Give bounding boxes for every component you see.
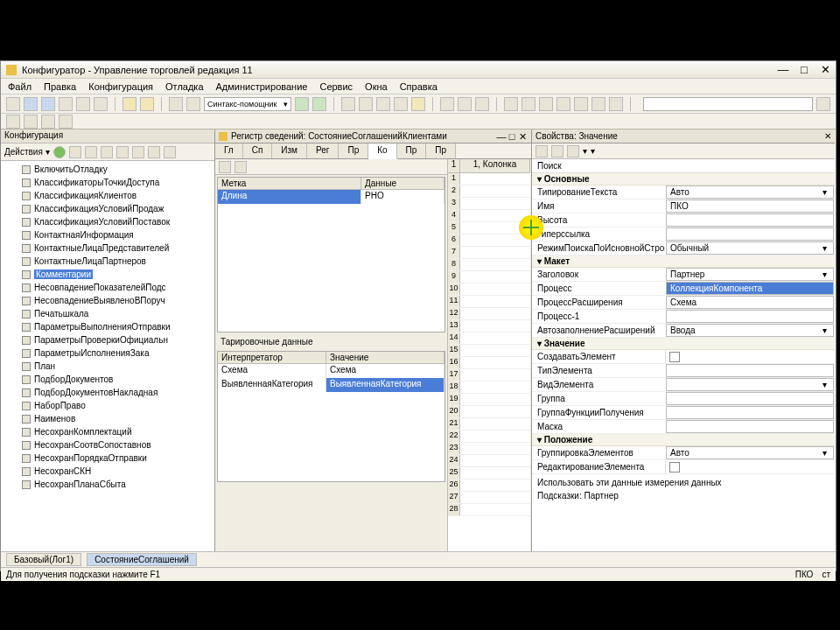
grid-add-icon[interactable] [219, 161, 231, 173]
prop-tb-icon[interactable] [536, 145, 548, 158]
ruler-row[interactable]: 19 [448, 394, 530, 406]
center-tab[interactable]: Пр [426, 144, 456, 158]
ruler-row[interactable]: 25 [448, 467, 530, 480]
prop-tb-dd-icon[interactable]: ▾ [591, 146, 595, 156]
tree-btn-icon[interactable] [69, 146, 81, 158]
ruler-row[interactable]: 20 [448, 406, 530, 418]
tree-item[interactable]: НаборПраво [1, 399, 214, 412]
tree-item[interactable]: КонтактныеЛицаПредставителей [1, 242, 214, 255]
prop-value[interactable] [666, 392, 834, 405]
prop-value[interactable] [666, 406, 834, 419]
ruler-row[interactable]: 3 [448, 198, 530, 210]
tree-btn-icon[interactable] [116, 146, 129, 158]
prop-value[interactable] [666, 420, 834, 433]
ruler-row[interactable]: 15 [448, 345, 530, 357]
tree-item[interactable]: ПодборДокументов [1, 373, 214, 386]
tb-refresh-icon[interactable] [295, 97, 309, 111]
ruler-row[interactable]: 28 [448, 504, 530, 516]
tree-item[interactable]: НесохранПорядкаОтправки [1, 452, 214, 465]
menu-help[interactable]: Справка [400, 81, 438, 92]
chevron-down-icon[interactable]: ▾ [819, 187, 830, 197]
chevron-down-icon[interactable]: ▾ [819, 380, 830, 389]
menu-file[interactable]: Файл [8, 81, 32, 92]
tb-btn-icon[interactable] [504, 97, 518, 111]
tb-btn-icon[interactable] [169, 97, 183, 111]
prop-section-value[interactable]: ▾ Значение [532, 338, 835, 350]
prop-value[interactable] [666, 310, 834, 323]
center-min-icon[interactable]: — [496, 131, 507, 142]
tree-item[interactable]: КлассификацияКлиентов [1, 189, 214, 202]
tb-btn-icon[interactable] [574, 97, 588, 111]
menu-config[interactable]: Конфигурация [88, 81, 153, 92]
tree-btn-icon[interactable] [85, 146, 97, 158]
ruler-row[interactable]: 10 [448, 284, 530, 296]
tb-btn-icon[interactable] [539, 97, 553, 111]
tree-item[interactable]: ПодборДокументовНакладная [1, 386, 214, 399]
tb2-btn-icon[interactable] [6, 115, 20, 129]
ruler-row[interactable]: 4 [448, 210, 530, 222]
prop-value[interactable] [665, 460, 835, 473]
tree-btn-icon[interactable] [132, 146, 144, 158]
grid2-row[interactable]: ВыявленнаяКатегорияВыявленнаяКатегория [218, 378, 444, 392]
tb2-btn-icon[interactable] [59, 115, 73, 129]
grid2-row[interactable]: СхемаСхема [218, 364, 444, 378]
chevron-down-icon[interactable]: ▾ [819, 326, 830, 335]
tb-btn-icon[interactable] [592, 97, 606, 111]
prop-tb-dd-icon[interactable]: ▾ [583, 146, 587, 156]
tb-search-go-icon[interactable] [816, 97, 830, 111]
tree-add-icon[interactable] [53, 146, 66, 158]
prop-tb-icon[interactable] [551, 145, 564, 158]
footer-tab-1[interactable]: СостояниеСоглашений [87, 553, 197, 566]
checkbox[interactable] [669, 352, 680, 362]
tb2-btn-icon[interactable] [24, 115, 38, 129]
tree-item[interactable]: НесохранКомплектаций [1, 425, 214, 438]
prop-value[interactable]: ▾ [666, 378, 834, 391]
tree-item[interactable]: КонтактнаяИнформация [1, 228, 214, 242]
center-tab[interactable]: Изм [272, 144, 307, 158]
center-tab[interactable]: Гл [215, 144, 243, 158]
tree-item[interactable]: Наименов [1, 412, 214, 425]
prop-value[interactable] [666, 214, 834, 227]
prop-value[interactable]: ПКО [666, 200, 834, 213]
checkbox[interactable] [669, 462, 680, 472]
tree-btn-icon[interactable] [164, 146, 176, 158]
tb-btn-icon[interactable] [440, 97, 454, 111]
prop-section-position[interactable]: ▾ Положение [532, 434, 835, 446]
ruler-row[interactable]: 22 [448, 430, 530, 443]
close-button[interactable]: ✕ [820, 65, 830, 75]
center-tab[interactable]: Сп [243, 144, 273, 158]
menu-service[interactable]: Сервис [319, 81, 353, 92]
tb2-btn-icon[interactable] [41, 115, 55, 129]
properties-close-icon[interactable]: ✕ [824, 131, 831, 141]
tb-paste-icon[interactable] [94, 97, 108, 111]
prop-value[interactable]: Ввода▾ [666, 324, 834, 337]
ruler-row[interactable]: 17 [448, 369, 530, 382]
ruler-row[interactable]: 13 [448, 320, 530, 332]
tree-item[interactable]: НесохранСКН [1, 465, 214, 478]
menu-debug[interactable]: Отладка [165, 81, 203, 92]
tb-redo-icon[interactable] [140, 97, 154, 111]
tree-item[interactable]: Комментарии [1, 268, 214, 281]
ruler-row[interactable]: 12 [448, 308, 530, 320]
tb-cut-icon[interactable] [59, 97, 73, 111]
ruler-row[interactable]: 16 [448, 357, 530, 369]
tree-item[interactable]: КлассификаторыТочкиДоступа [1, 176, 214, 189]
center-tab[interactable]: Рег [307, 144, 339, 158]
prop-value[interactable]: Обычный▾ [666, 242, 834, 255]
tb-btn-icon[interactable] [609, 97, 623, 111]
ruler-row[interactable]: 14 [448, 332, 530, 345]
tb-btn-icon[interactable] [359, 97, 373, 111]
ruler-row[interactable]: 7 [448, 247, 530, 259]
grid-del-icon[interactable] [234, 161, 247, 173]
ruler-row[interactable]: 6 [448, 234, 530, 247]
tree-btn-icon[interactable] [101, 146, 113, 158]
grid1-row-selected[interactable]: Длина РНО [218, 190, 444, 204]
ruler-row[interactable]: 2 [448, 186, 530, 198]
ruler-list[interactable]: 1234567891011121314151617181920212223242… [448, 173, 530, 551]
ruler-row[interactable]: 26 [448, 480, 530, 492]
prop-value[interactable]: Авто▾ [666, 446, 834, 459]
ruler-row[interactable]: 18 [448, 382, 530, 394]
tb-btn-icon[interactable] [556, 97, 570, 111]
tree-item[interactable]: КонтактныеЛицаПартнеров [1, 255, 214, 268]
ruler-row[interactable]: 11 [448, 296, 530, 308]
